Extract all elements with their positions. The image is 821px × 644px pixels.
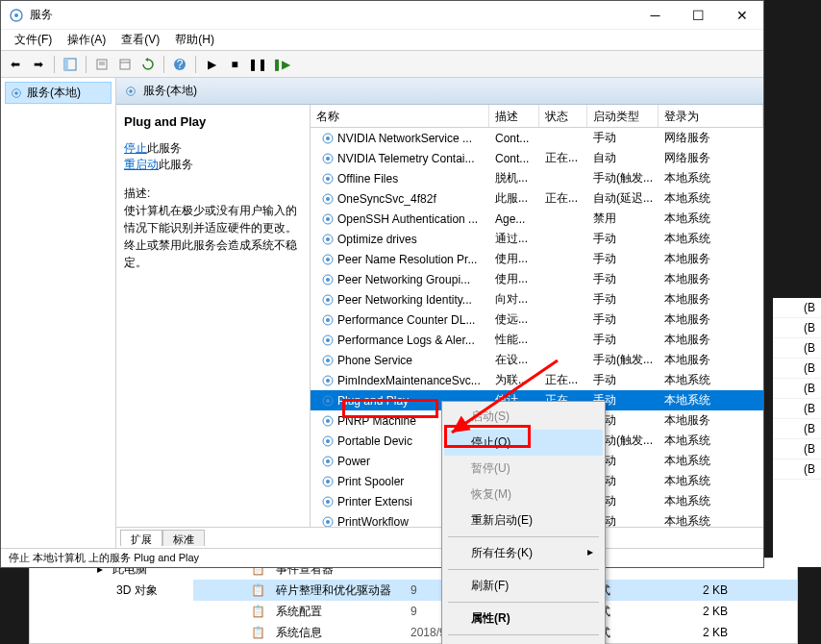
svg-point-18 bbox=[326, 157, 330, 161]
service-row[interactable]: NVIDIA NetworkService ...Cont...手动网络服务 bbox=[311, 128, 763, 148]
back-button[interactable]: ⬅ bbox=[5, 54, 26, 75]
service-start: 手动 bbox=[587, 130, 659, 146]
service-logon: 网络服务 bbox=[659, 130, 763, 146]
ctx-refresh[interactable]: 刷新(F) bbox=[444, 573, 603, 599]
svg-rect-7 bbox=[120, 60, 130, 69]
service-row[interactable]: OpenSSH Authentication ...Age...禁用本地系统 bbox=[311, 209, 763, 229]
pause-service-button[interactable]: ❚❚ bbox=[247, 54, 268, 75]
menu-action[interactable]: 操作(A) bbox=[62, 30, 112, 50]
service-name: Phone Service bbox=[337, 354, 412, 367]
service-row[interactable]: Performance Logs & Aler...性能...手动本地服务 bbox=[311, 330, 763, 350]
view-tabs: 扩展 标准 bbox=[116, 527, 763, 548]
service-logon: 本地系统 bbox=[659, 190, 763, 207]
col-start[interactable]: 启动类型 bbox=[587, 105, 659, 127]
export-button[interactable] bbox=[91, 54, 112, 75]
svg-point-22 bbox=[326, 197, 330, 201]
service-row[interactable]: Peer Name Resolution Pr...使用...手动本地服务 bbox=[311, 249, 763, 269]
background-explorer: ▸ 此电脑 3D 对象 📋事件查看器 📋碎片整理和优化驱动器9快捷方式2 KB … bbox=[29, 557, 798, 644]
svg-point-54 bbox=[326, 520, 330, 524]
svg-point-48 bbox=[326, 459, 330, 463]
service-row[interactable]: Peer Networking Identity...向对...手动本地服务 bbox=[311, 289, 763, 310]
service-desc: 脱机... bbox=[489, 170, 539, 186]
service-desc: 在设... bbox=[489, 352, 539, 368]
ctx-stop[interactable]: 停止(O) bbox=[444, 430, 603, 456]
service-desc: Cont... bbox=[489, 152, 539, 165]
service-logon: 本地系统 bbox=[659, 453, 763, 469]
maximize-button[interactable]: ☐ bbox=[677, 1, 720, 30]
restart-service-button[interactable]: ❚▶ bbox=[270, 54, 291, 75]
menubar: 文件(F) 操作(A) 查看(V) 帮助(H) bbox=[1, 30, 763, 51]
minimize-button[interactable]: ─ bbox=[634, 1, 677, 30]
service-logon: 本地服务 bbox=[659, 332, 763, 348]
service-name: PimIndexMaintenanceSvc... bbox=[337, 374, 481, 387]
service-row[interactable]: Peer Networking Groupi...使用...手动本地服务 bbox=[311, 269, 763, 289]
service-row[interactable]: Offline Files脱机...手动(触发...本地系统 bbox=[311, 168, 763, 188]
service-start: 手动 bbox=[587, 372, 659, 388]
close-button[interactable]: ✕ bbox=[720, 1, 763, 30]
col-status[interactable]: 状态 bbox=[539, 105, 587, 127]
svg-point-30 bbox=[326, 278, 330, 282]
col-desc[interactable]: 描述 bbox=[489, 105, 539, 127]
service-row[interactable]: Optimize drives通过...手动本地系统 bbox=[311, 229, 763, 249]
forward-button[interactable]: ➡ bbox=[28, 54, 49, 75]
svg-point-38 bbox=[326, 359, 330, 362]
service-row[interactable]: Performance Counter DL...使远...手动本地服务 bbox=[311, 310, 763, 330]
service-name: Power bbox=[337, 455, 370, 468]
show-hide-tree-button[interactable] bbox=[60, 54, 81, 75]
svg-point-16 bbox=[326, 136, 330, 140]
properties-button[interactable] bbox=[114, 54, 136, 75]
service-logon: 本地服务 bbox=[659, 352, 763, 368]
service-start: 手动 bbox=[587, 332, 659, 348]
service-start: 自动(延迟... bbox=[587, 190, 659, 207]
svg-point-34 bbox=[326, 318, 330, 322]
col-logon[interactable]: 登录为 bbox=[659, 105, 763, 127]
svg-point-12 bbox=[14, 91, 18, 95]
svg-point-14 bbox=[129, 89, 133, 93]
svg-point-44 bbox=[326, 419, 330, 423]
service-row[interactable]: NVIDIA Telemetry Contai...Cont...正在...自动… bbox=[311, 148, 763, 168]
svg-point-32 bbox=[326, 298, 330, 302]
tab-extended[interactable]: 扩展 bbox=[120, 530, 162, 546]
svg-rect-3 bbox=[64, 59, 68, 70]
col-name[interactable]: 名称 bbox=[311, 105, 489, 127]
svg-point-52 bbox=[326, 500, 330, 504]
menu-view[interactable]: 查看(V) bbox=[115, 30, 165, 50]
tab-standard[interactable]: 标准 bbox=[162, 530, 205, 546]
service-logon: 本地系统 bbox=[659, 493, 763, 509]
service-status: 正在... bbox=[539, 372, 587, 388]
service-logon: 本地服务 bbox=[659, 271, 763, 287]
svg-point-1 bbox=[14, 13, 18, 17]
service-status: 正在... bbox=[539, 150, 587, 166]
service-logon: 本地服务 bbox=[659, 311, 763, 328]
svg-point-50 bbox=[326, 480, 330, 483]
menu-file[interactable]: 文件(F) bbox=[9, 30, 58, 50]
column-headers: 名称 描述 状态 启动类型 登录为 bbox=[311, 105, 763, 128]
svg-point-46 bbox=[326, 439, 330, 443]
start-service-button[interactable]: ▶ bbox=[201, 54, 222, 75]
service-desc: 此服... bbox=[489, 190, 539, 207]
service-name: NVIDIA NetworkService ... bbox=[337, 132, 472, 145]
nav-item-services-local[interactable]: 服务(本地) bbox=[5, 82, 112, 104]
ctx-restart[interactable]: 重新启动(E) bbox=[444, 508, 603, 533]
help-button[interactable]: ? bbox=[169, 54, 190, 75]
ctx-properties[interactable]: 属性(R) bbox=[444, 606, 603, 632]
service-row[interactable]: PimIndexMaintenanceSvc...为联...正在...手动本地系… bbox=[311, 370, 763, 390]
refresh-button[interactable] bbox=[137, 54, 159, 75]
menu-help[interactable]: 帮助(H) bbox=[169, 30, 220, 50]
service-row[interactable]: OneSyncSvc_4f82f此服...正在...自动(延迟...本地系统 bbox=[311, 188, 763, 209]
ctx-help[interactable]: 帮助(H) bbox=[444, 638, 603, 644]
service-start: 自动 bbox=[587, 150, 659, 166]
svg-point-36 bbox=[326, 338, 330, 342]
service-row[interactable]: Phone Service在设...手动(触发...本地服务 bbox=[311, 350, 763, 370]
detail-pane: Plug and Play 停止此服务 重启动此服务 描述: 使计算机在极少或没… bbox=[116, 105, 311, 527]
service-name: Printer Extensi bbox=[337, 495, 412, 508]
ctx-alltasks[interactable]: 所有任务(K)▸ bbox=[444, 540, 603, 566]
service-logon: 本地系统 bbox=[659, 372, 763, 388]
service-start: 手动 bbox=[587, 311, 659, 328]
service-start: 手动 bbox=[587, 231, 659, 247]
service-logon: 本地系统 bbox=[659, 211, 763, 227]
stop-link[interactable]: 停止 bbox=[124, 141, 147, 155]
stop-service-button[interactable]: ■ bbox=[224, 54, 245, 75]
restart-link[interactable]: 重启动 bbox=[124, 158, 159, 171]
service-desc: 使用... bbox=[489, 251, 539, 267]
